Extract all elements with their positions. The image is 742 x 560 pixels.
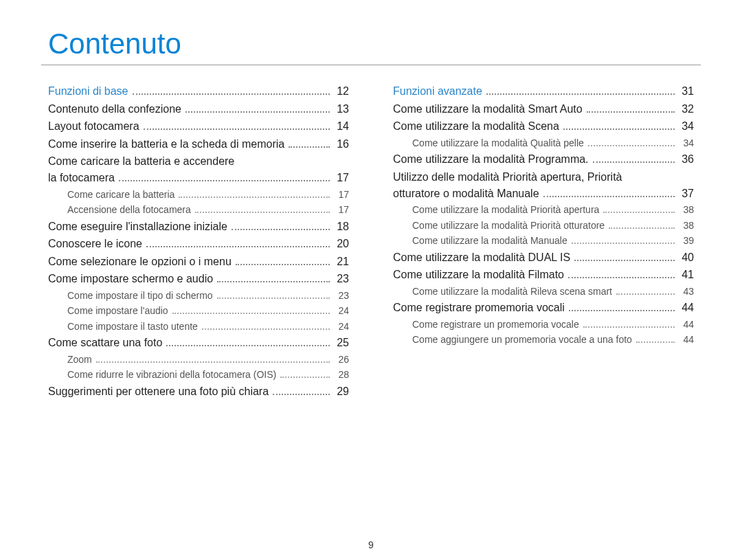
toc-page-number: 23 [334,289,349,303]
toc-item[interactable]: Come utilizzare la modalità Smart Auto32 [393,101,694,117]
toc-page-number: 32 [679,101,694,117]
toc-subitem[interactable]: Come aggiungere un promemoria vocale a u… [393,333,694,347]
leader-dots [563,121,675,130]
toc-item[interactable]: Come inserire la batteria e la scheda di… [48,136,349,153]
toc-page-number: 16 [334,136,349,153]
toc-item-label: Contenuto della confezione [48,101,181,117]
toc-subitem-label: Come utilizzare la modalità Priorità ape… [412,203,599,217]
toc-item-label: Come scattare una foto [48,335,162,351]
toc-subitem[interactable]: Come utilizzare la modalità Manuale39 [393,234,694,248]
toc-subitem-label: Accensione della fotocamera [67,203,191,217]
leader-dots [568,269,675,278]
toc-subitem-label: Come aggiungere un promemoria vocale a u… [412,333,632,347]
toc-subitem-label: Come utilizzare la modalità Priorità ott… [412,219,605,233]
toc-subitem-label: Come registrare un promemoria vocale [412,317,579,332]
toc-subitem[interactable]: Come caricare la batteria17 [48,188,349,202]
toc-item-label: Come utilizzare la modalità Scena [393,118,559,135]
toc-item[interactable]: Suggerimenti per ottenere una foto più c… [48,383,349,400]
toc-item-label: Come impostare schermo e audio [48,271,213,287]
leader-dots [186,103,330,112]
leader-dots [172,305,330,314]
toc-subitem-label: Come ridurre le vibrazioni della fotocam… [67,368,276,382]
toc-section[interactable]: Funzioni avanzate31 [393,83,694,100]
toc-item[interactable]: Come eseguire l'installazione iniziale18 [48,219,349,235]
toc-page-number: 39 [679,234,694,248]
toc-page-number: 31 [679,83,694,100]
toc-subitem[interactable]: Come utilizzare la modalità Priorità ape… [393,203,694,217]
leader-dots [144,121,330,130]
toc-subitem[interactable]: Come utilizzare la modalità Priorità ott… [393,219,694,233]
leader-dots [217,289,330,298]
leader-dots [636,334,675,343]
toc-item-label: la fotocamera [48,170,115,186]
toc-left-column: Funzioni di base12Contenuto della confez… [48,83,349,401]
toc-item[interactable]: Come impostare schermo e audio23 [48,271,349,287]
page-number: 9 [0,539,742,550]
toc-page-number: 34 [679,136,694,150]
toc-subitem[interactable]: Come utilizzare la modalità Rileva scena… [393,284,694,299]
leader-dots [543,188,675,197]
toc-section-label: Funzioni avanzate [393,83,482,100]
toc-item[interactable]: otturatore o modalità Manuale37 [393,186,694,202]
toc-item[interactable]: Come utilizzare la modalità Filmato41 [393,267,694,283]
toc-item[interactable]: Conoscere le icone20 [48,236,349,252]
toc-subitem-label: Come utilizzare la modalità Manuale [412,234,567,248]
toc-item-label: Come utilizzare la modalità DUAL IS [393,249,570,266]
toc-subitem[interactable]: Come utilizzare la modalità Qualità pell… [393,136,694,150]
toc-right-column: Funzioni avanzate31Come utilizzare la mo… [393,83,694,401]
toc-section[interactable]: Funzioni di base12 [48,83,349,100]
toc-subitem[interactable]: Accensione della fotocamera17 [48,203,349,217]
leader-dots [574,251,675,260]
toc-columns: Funzioni di base12Contenuto della confez… [41,79,701,401]
leader-dots [588,137,675,146]
toc-item[interactable]: Come caricare la batteria e accendere [48,153,349,170]
toc-page-number: 44 [679,333,694,347]
leader-dots [133,86,330,95]
toc-subitem[interactable]: Zoom26 [48,352,349,367]
toc-item[interactable]: Come utilizzare la modalità Scena34 [393,118,694,135]
leader-dots [616,285,675,294]
toc-subitem[interactable]: Come impostare l'audio24 [48,304,349,318]
leader-dots [195,204,330,213]
leader-dots [119,172,330,181]
toc-item-label: Suggerimenti per ottenere una foto più c… [48,383,269,400]
toc-page-number: 44 [679,300,694,316]
document-page: Contenuto Funzioni di base12Contenuto de… [0,0,742,560]
toc-page-number: 23 [334,271,349,287]
toc-item[interactable]: Come scattare una foto25 [48,335,349,351]
toc-item-label: Layout fotocamera [48,118,139,135]
leader-dots [609,219,675,228]
toc-subitem-label: Come caricare la batteria [67,188,175,202]
toc-page-number: 21 [334,254,349,270]
toc-item[interactable]: Come utilizzare la modalità Programma.36 [393,151,694,168]
toc-subitem-label: Come utilizzare la modalità Rileva scena… [412,284,612,299]
toc-item[interactable]: Utilizzo delle modalità Priorità apertur… [393,169,694,186]
leader-dots [572,235,675,244]
toc-page-number: 17 [334,188,349,202]
toc-item[interactable]: la fotocamera17 [48,170,349,186]
leader-dots [96,353,330,362]
toc-page-number: 38 [679,219,694,233]
toc-page-number: 24 [334,320,349,334]
toc-item[interactable]: Come selezionare le opzioni o i menu21 [48,254,349,270]
toc-subitem[interactable]: Come impostare il tasto utente24 [48,320,349,334]
leader-dots [486,86,675,95]
toc-page-number: 40 [679,249,694,266]
toc-item[interactable]: Contenuto della confezione13 [48,101,349,117]
leader-dots [289,138,330,147]
toc-page-number: 12 [334,83,349,100]
toc-subitem[interactable]: Come ridurre le vibrazioni della fotocam… [48,368,349,382]
toc-item[interactable]: Layout fotocamera14 [48,118,349,135]
toc-item-label: Come selezionare le opzioni o i menu [48,254,232,270]
toc-item[interactable]: Come registrare promemoria vocali44 [393,300,694,316]
toc-subitem-label: Zoom [67,352,92,367]
leader-dots [146,238,330,247]
leader-dots [280,369,330,378]
toc-item-label: Come eseguire l'installazione iniziale [48,219,227,235]
toc-page-number: 26 [334,352,349,367]
toc-subitem[interactable]: Come impostare il tipo di schermo23 [48,289,349,303]
toc-page-number: 20 [334,236,349,252]
toc-item[interactable]: Come utilizzare la modalità DUAL IS40 [393,249,694,266]
toc-subitem[interactable]: Come registrare un promemoria vocale44 [393,317,694,332]
toc-page-number: 13 [334,101,349,117]
